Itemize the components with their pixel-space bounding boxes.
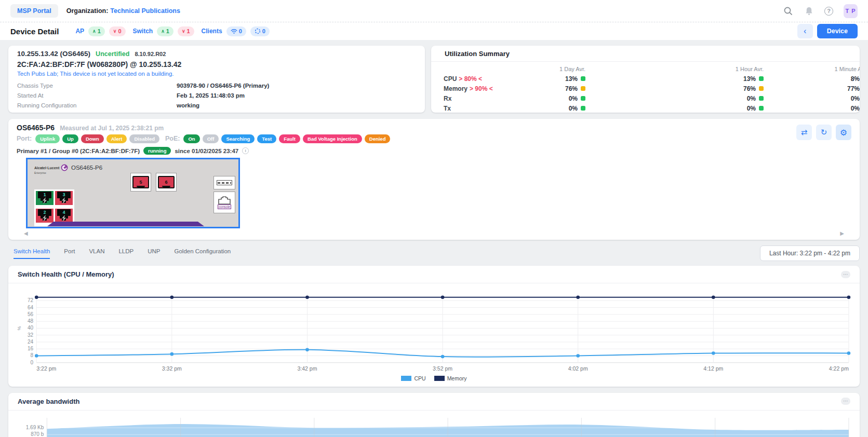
switch-down-chip[interactable]: ∨1 [178, 26, 194, 36]
swap-view-button[interactable]: ⇄ [796, 125, 812, 140]
poe-legend-label: PoE: [165, 135, 180, 142]
since-label: since 01/02/2025 23:47 [175, 148, 238, 154]
notifications-bell-icon[interactable] [804, 6, 814, 16]
utilization-column-header: 1 Day Avr. [537, 64, 585, 74]
svg-text:32: 32 [28, 332, 34, 338]
rj45-port-3[interactable]: 3 [55, 191, 73, 207]
clients-mesh-chip[interactable]: 0 [250, 26, 270, 36]
device-attribute-row: Chassis Type903978-90 / OS6465-P6 (Prima… [17, 80, 416, 90]
refresh-button[interactable]: ↻ [816, 125, 832, 140]
sfp-port-6[interactable]: 6 [156, 173, 177, 192]
tab-unp[interactable]: UNP [148, 248, 160, 259]
avatar[interactable]: T P [844, 4, 858, 18]
rj45-port-2[interactable]: 2 [36, 209, 54, 225]
info-icon[interactable]: i [242, 147, 249, 154]
svg-text:3:42 pm: 3:42 pm [297, 365, 317, 372]
certification-status: Uncertified [96, 50, 129, 58]
svg-text:24: 24 [28, 339, 34, 345]
organization-link[interactable]: Technical Publications [110, 7, 180, 15]
ap-up-chip[interactable]: ∧1 [88, 26, 105, 36]
main-content: 10.255.13.42 (OS6465) Uncertified 8.10.9… [0, 40, 868, 437]
utilization-title: Utilization Summary [431, 50, 860, 61]
svg-text:48: 48 [28, 318, 34, 324]
average-bandwidth-title: Average bandwidth [18, 398, 79, 405]
utilization-value: 13% [585, 74, 764, 84]
port-badge-alert: Alert [106, 134, 127, 143]
device-button[interactable]: Device [817, 24, 858, 38]
clients-count-label: Clients [202, 28, 222, 35]
tab-vlan[interactable]: VLAN [89, 248, 104, 259]
legend-item-memory[interactable]: Memory [434, 375, 467, 381]
tab-switch-health[interactable]: Switch Health [14, 248, 50, 259]
tab-lldp[interactable]: LLDP [118, 248, 133, 259]
detail-tabs: Switch HealthPortVLANLLDPUNPGolden Confi… [8, 248, 231, 259]
utilization-value: 8% [764, 74, 860, 84]
ap-down-chip[interactable]: ∨0 [109, 26, 126, 36]
svg-text:3: 3 [63, 192, 65, 197]
page-title: Device Detail [10, 27, 59, 36]
utilization-value: 0% [764, 93, 860, 103]
tab-golden-configuration[interactable]: Golden Configuration [175, 248, 231, 259]
console-port: console [213, 192, 235, 213]
legend-swatch [401, 376, 411, 381]
device-info-card: 10.255.13.42 (OS6465) Uncertified 8.10.9… [8, 46, 425, 113]
primary-group-label: Primary #1 / Group #0 (2C:FA:A2:BF:DF:7F… [17, 148, 140, 154]
switch-health-title: Switch Health (CPU / Memory) [18, 270, 114, 278]
topbar: MSP Portal Organization:Technical Public… [0, 0, 868, 22]
switch-up-chip[interactable]: ∧1 [157, 26, 173, 36]
utilization-value: 77% [764, 84, 860, 93]
back-button[interactable]: ‹ [797, 24, 813, 38]
sfp-port-5[interactable]: 5 [130, 173, 151, 192]
switch-model-title: OS6465-P6 [17, 124, 55, 132]
scroll-left-icon[interactable]: ◀ [24, 230, 28, 238]
status-dot [759, 86, 764, 91]
average-bandwidth-card: Average bandwidth ⋯ 1.69 Kb870 b50 b770 … [8, 393, 860, 437]
topbar-actions: ? T P [783, 4, 858, 18]
svg-text:4:02 pm: 4:02 pm [568, 365, 588, 372]
device-attribute-row: Started AtFeb 1, 2025 11:48:03 pm [17, 90, 416, 100]
down-arrow-icon: ∨ [182, 29, 185, 34]
port-badge-up: Up [62, 134, 78, 143]
poe-badge-denied: Denied [365, 134, 391, 143]
msp-portal-badge[interactable]: MSP Portal [10, 4, 58, 18]
port-legend-label: Port: [17, 135, 32, 142]
firmware-version: 8.10.92.R02 [135, 51, 166, 57]
utilization-row-label: Tx [444, 103, 537, 113]
time-range-selector[interactable]: Last Hour: 3:22 pm - 4:22 pm [760, 245, 860, 261]
threshold-label: > 80% < [459, 75, 482, 83]
port-badge-disabled: Disabled [129, 134, 159, 143]
bandwidth-card-menu-button[interactable]: ⋯ [841, 398, 850, 405]
tab-port[interactable]: Port [64, 248, 75, 259]
chassis-accent-bar [47, 222, 204, 226]
chassis-status-row: Primary #1 / Group #0 (2C:FA:A2:BF:DF:7F… [17, 146, 851, 155]
legend-swatch [434, 376, 445, 381]
attribute-label: Chassis Type [17, 83, 177, 89]
clients-wifi-chip[interactable]: 0 [226, 26, 246, 36]
search-icon[interactable] [783, 6, 793, 16]
running-status-badge: running [143, 147, 171, 155]
poe-badge-searching: Searching [221, 134, 255, 143]
device-location-link[interactable]: Tech Pubs Lab; This device is not yet lo… [17, 71, 416, 77]
ap-count-label: AP [75, 28, 84, 35]
svg-text:0: 0 [31, 360, 34, 365]
utilization-table: 1 Day Avr.1 Hour Avr.1 Minute Avr.CPU> 8… [431, 62, 860, 113]
svg-text:72: 72 [28, 297, 34, 303]
legend-label: Memory [447, 375, 467, 381]
health-card-menu-button[interactable]: ⋯ [841, 271, 850, 278]
help-icon[interactable]: ? [824, 7, 833, 16]
expansion-module [213, 176, 235, 189]
swap-arrows-icon: ⇄ [801, 128, 808, 137]
switch-panel-actions: ⇄ ↻ ⚙ [796, 125, 851, 140]
rj45-port-1[interactable]: 1 [36, 191, 54, 207]
gear-icon: ⚙ [840, 128, 847, 138]
legend-label: CPU [414, 375, 425, 381]
svg-text:2: 2 [44, 210, 46, 215]
scroll-right-icon[interactable]: ▶ [840, 230, 844, 238]
switch-diagram[interactable]: Alcatel·Lucent Enterprise OS6465-P6 1324… [26, 158, 240, 228]
settings-button[interactable]: ⚙ [836, 125, 851, 140]
status-dot [581, 106, 585, 111]
bandwidth-chart-svg: 1.69 Kb870 b50 b770 b1.59 KbBits/s [15, 414, 853, 437]
legend-item-cpu[interactable]: CPU [401, 375, 425, 381]
svg-text:40: 40 [28, 325, 34, 331]
device-attribute-row: Running Configurationworking [17, 100, 416, 110]
